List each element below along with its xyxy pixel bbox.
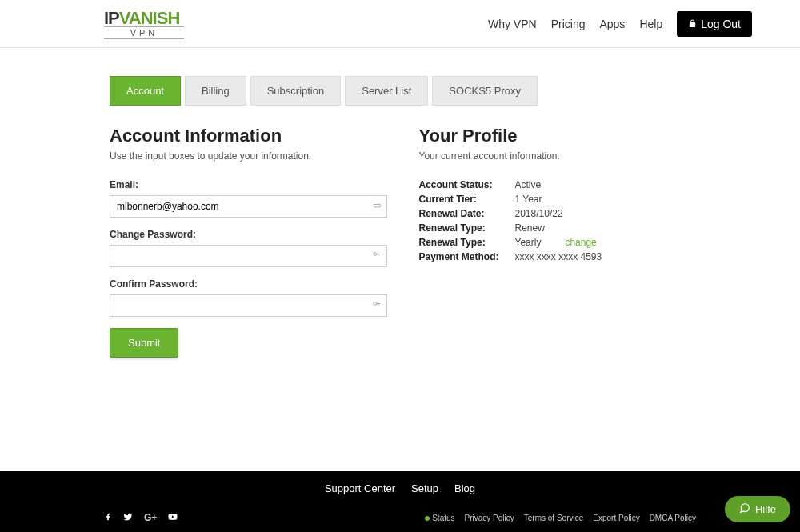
key-icon <box>372 299 381 310</box>
profile-key: Renewal Type: <box>419 237 515 248</box>
profile-key: Current Tier: <box>419 194 515 205</box>
profile-key: Payment Method: <box>419 251 515 262</box>
profile-subtitle: Your current account information: <box>419 150 697 162</box>
nav-why-vpn[interactable]: Why VPN <box>488 18 537 30</box>
footer-setup[interactable]: Setup <box>411 482 438 494</box>
chat-icon <box>739 502 750 516</box>
tab-billing[interactable]: Billing <box>185 76 246 106</box>
profile-val: 1 Year <box>515 194 542 205</box>
profile-val: Renew <box>515 222 545 234</box>
profile-row: Payment Method: xxxx xxxx xxxx 4593 <box>419 251 697 262</box>
email-label: Email: <box>110 179 387 190</box>
confirm-password-label: Confirm Password: <box>110 278 387 290</box>
google-plus-icon[interactable]: G+ <box>144 512 157 524</box>
profile-key: Renewal Date: <box>419 208 515 219</box>
help-widget-label: Hilfe <box>755 503 776 515</box>
svg-point-1 <box>373 302 376 306</box>
profile-key: Account Status: <box>419 179 515 190</box>
profile-row: Current Tier: 1 Year <box>419 194 697 205</box>
footer-export[interactable]: Export Policy <box>593 514 639 522</box>
tab-server-list[interactable]: Server List <box>345 76 428 106</box>
footer-dmca[interactable]: DMCA Policy <box>650 514 696 522</box>
change-password-label: Change Password: <box>110 229 387 240</box>
svg-point-0 <box>373 253 376 256</box>
tab-subscription[interactable]: Subscription <box>250 76 342 106</box>
logo-vanish: VANISH <box>119 8 180 28</box>
twitter-icon[interactable] <box>123 512 133 524</box>
footer-blog[interactable]: Blog <box>454 482 475 494</box>
email-input[interactable] <box>110 195 387 218</box>
footer-tos[interactable]: Terms of Service <box>524 514 583 522</box>
change-password-input[interactable] <box>110 245 387 267</box>
nav-help[interactable]: Help <box>639 18 662 30</box>
nav-pricing[interactable]: Pricing <box>551 18 586 30</box>
profile-table: Account Status: Active Current Tier: 1 Y… <box>419 179 697 262</box>
logout-label: Log Out <box>701 18 741 30</box>
profile-title: Your Profile <box>419 126 697 146</box>
youtube-icon[interactable] <box>168 512 178 524</box>
profile-key: Renewal Type: <box>419 222 515 234</box>
confirm-password-input[interactable] <box>110 294 387 317</box>
footer-support-center[interactable]: Support Center <box>325 482 395 494</box>
top-nav: Why VPN Pricing Apps Help Log Out <box>488 11 752 37</box>
profile-val: 2018/10/22 <box>515 208 563 219</box>
help-widget-button[interactable]: Hilfe <box>725 496 790 522</box>
key-icon <box>372 250 381 260</box>
footer-status[interactable]: Status <box>425 514 454 522</box>
contact-icon: ▭ <box>373 200 381 210</box>
tab-account[interactable]: Account <box>110 76 181 106</box>
profile-val: Yearly <box>515 237 542 248</box>
submit-button[interactable]: Submit <box>110 328 178 358</box>
tab-socks5-proxy[interactable]: SOCKS5 Proxy <box>432 76 538 106</box>
logo-ip: IP <box>104 8 119 28</box>
profile-row: Renewal Date: 2018/10/22 <box>419 208 697 219</box>
profile-row: Renewal Type: Renew <box>419 222 697 234</box>
facebook-icon[interactable] <box>104 512 112 524</box>
profile-row: Renewal Type: Yearly change <box>419 237 697 248</box>
account-info-title: Account Information <box>110 126 387 146</box>
footer-privacy[interactable]: Privacy Policy <box>465 514 514 522</box>
account-info-subtitle: Use the input boxes to update your infor… <box>110 150 387 162</box>
profile-val: Active <box>515 179 542 190</box>
lock-icon <box>688 18 697 30</box>
logout-button[interactable]: Log Out <box>677 11 752 37</box>
logo[interactable]: IPVANISH VPN <box>104 8 184 39</box>
change-link[interactable]: change <box>565 237 596 248</box>
profile-row: Account Status: Active <box>419 179 697 190</box>
tabs: Account Billing Subscription Server List… <box>110 76 696 106</box>
status-dot-icon <box>425 516 430 521</box>
footer: Support Center Setup Blog G+ Status Priv… <box>0 471 800 532</box>
logo-sub: VPN <box>104 26 184 39</box>
profile-val: xxxx xxxx xxxx 4593 <box>515 251 602 262</box>
nav-apps[interactable]: Apps <box>599 18 625 30</box>
